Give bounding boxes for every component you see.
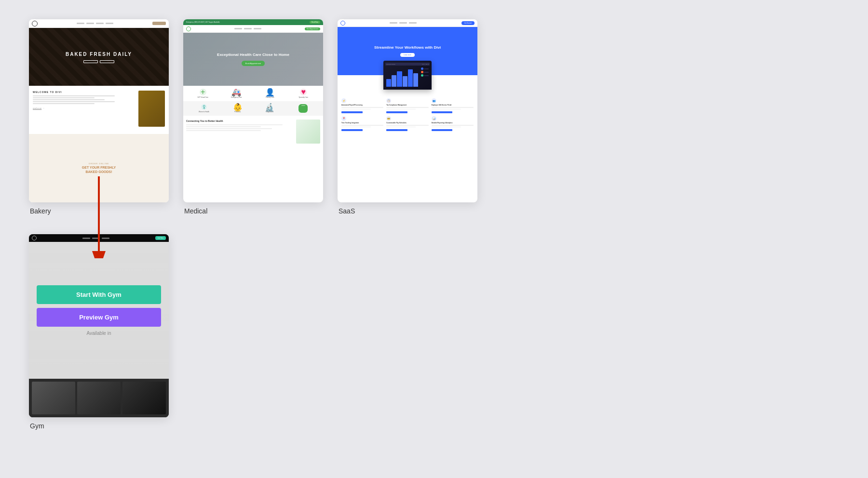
saas-feature-icon: 📍 xyxy=(341,116,346,121)
medical-connect-text: Connecting You to Better Health xyxy=(186,120,293,144)
saas-feature-line xyxy=(341,109,371,110)
saas-nav-button: Get Started xyxy=(461,21,475,25)
medical-nav-link xyxy=(244,28,252,29)
medical-sec-icon: 👶 xyxy=(235,104,241,110)
saas-feature-line xyxy=(432,127,461,128)
saas-dot-line xyxy=(424,75,429,76)
medical-sec-womens: ♀ Women's Health xyxy=(199,104,209,113)
bakery-nav-links xyxy=(77,23,113,24)
bakery-text-line xyxy=(33,99,105,100)
saas-preview: Get Started Streamline Your Workflows wi… xyxy=(338,19,477,202)
saas-feature-reporting: 📊 Detailed Reporting & Analytics xyxy=(432,116,474,131)
bakery-nav-link xyxy=(96,23,104,24)
bakery-nav-link xyxy=(106,23,113,24)
bakery-hero: BAKED FRESH DAILY xyxy=(29,28,169,86)
saas-logo-icon xyxy=(340,21,345,26)
saas-feature-cta xyxy=(341,111,363,113)
saas-feature-cta xyxy=(432,111,453,113)
gym-logo-icon xyxy=(32,236,37,240)
medical-nav-button: Book Appointment xyxy=(305,27,320,30)
saas-nav-links xyxy=(390,22,417,24)
bakery-text-lines xyxy=(33,95,136,104)
gym-overlay: Start With Gym Preview Gym Available in xyxy=(29,242,169,379)
medical-bar-button: Book Now xyxy=(310,21,320,24)
medical-service-emergency: 🚑 Emergency Care xyxy=(227,89,246,98)
medical-service-label: Specialty Care xyxy=(294,96,313,98)
saas-bar-chart xyxy=(385,66,419,88)
gym-preview-frame: Join Now UNLEASH YOUR POWER. BEAT YOUR L… xyxy=(29,234,169,417)
medical-service-label: 24/7 Virtual Care xyxy=(193,96,213,98)
saas-feature-icon: 📊 xyxy=(432,116,436,121)
bakery-nav-link xyxy=(86,23,94,24)
gym-nav-button: Join Now xyxy=(155,236,166,240)
saas-dot-row xyxy=(421,71,429,73)
medical-sec-label: Pediatrics xyxy=(234,111,241,113)
gym-image-3 xyxy=(122,382,166,414)
bakery-text-line xyxy=(33,95,115,96)
bakery-hero-btn-2 xyxy=(100,60,114,63)
saas-feature-cta xyxy=(432,129,453,131)
saas-feature-line xyxy=(432,107,474,108)
saas-dot-row xyxy=(421,67,429,70)
medical-service-label: Primary Care xyxy=(260,96,280,98)
medical-sec-pediatrics: 👶 Pediatrics xyxy=(234,104,241,113)
saas-feature-icon: 📋 xyxy=(386,98,391,103)
gym-start-button[interactable]: Start With Gym xyxy=(37,285,161,304)
medical-service-icon: 👤 xyxy=(267,89,273,95)
medical-services: + 24/7 Virtual Care 🚑 Emergency Care 👤 P… xyxy=(183,86,323,101)
saas-dot xyxy=(421,67,423,70)
saas-feature-line xyxy=(341,107,383,108)
saas-nav-link xyxy=(399,22,407,24)
gym-hero: UNLEASH YOUR POWER. BEAT YOUR LIMITS. St… xyxy=(29,242,169,379)
medical-connecting-section: Connecting You to Better Health xyxy=(183,116,323,147)
gym-image-1 xyxy=(32,382,75,414)
saas-nav-link xyxy=(409,22,417,24)
medical-nav: Book Appointment xyxy=(183,25,323,33)
medical-connect-line xyxy=(186,126,261,127)
medical-label: Medical xyxy=(183,207,323,215)
saas-feature-line xyxy=(432,125,474,126)
saas-feature-title: Detailed Reporting & Analytics xyxy=(432,122,474,124)
saas-chart-bar xyxy=(413,73,418,87)
saas-feature-title: Time Tracking Integration xyxy=(341,122,383,124)
saas-dot-line xyxy=(424,68,429,69)
saas-dot xyxy=(421,71,423,73)
bakery-preview: BAKED FRESH DAILY WELCOME TO DIVI xyxy=(29,19,169,202)
saas-feature-title: Customizable Pay Schedules xyxy=(386,122,428,124)
saas-feature-payroll: ⚡ Automated Payroll Processing xyxy=(341,98,383,113)
saas-feature-line xyxy=(341,127,371,128)
top-row: BAKED FRESH DAILY WELCOME TO DIVI xyxy=(29,19,839,215)
gym-bottom-section xyxy=(29,379,169,417)
template-card-gym[interactable]: Join Now UNLEASH YOUR POWER. BEAT YOUR L… xyxy=(29,234,169,430)
saas-chart-bar xyxy=(386,79,391,87)
bakery-cta-title: GET YOUR FRESHLYBAKED GOODS! xyxy=(82,166,116,174)
saas-chart-bar xyxy=(403,76,407,87)
gym-preview-button[interactable]: Preview Gym xyxy=(37,308,161,327)
medical-service-icon: + xyxy=(200,89,206,95)
medical-hero-button: Book Appointment xyxy=(242,61,265,66)
medical-service-icon: ♥ xyxy=(300,89,307,95)
medical-more-button[interactable]: +more xyxy=(298,104,308,113)
bakery-welcome-title: WELCOME TO DIVI xyxy=(33,91,136,93)
medical-logo-icon xyxy=(186,27,191,31)
page-container: BAKED FRESH DAILY WELCOME TO DIVI xyxy=(0,0,868,449)
template-card-medical[interactable]: Emergency: (800) 123-4567 | 24/7 Support… xyxy=(183,19,323,215)
medical-service-label: Emergency Care xyxy=(227,96,246,98)
saas-feature-title: Tax Compliance Management xyxy=(386,104,428,106)
saas-nav: Get Started xyxy=(338,19,477,27)
saas-feature-tracking: 📍 Time Tracking Integration xyxy=(341,116,383,131)
saas-chart-bar xyxy=(392,75,396,87)
bakery-read-more: read more → xyxy=(33,107,136,109)
medical-nav-links xyxy=(234,28,261,29)
saas-feature-cta xyxy=(341,129,363,131)
saas-dashboard-label: Dashboard Overview xyxy=(386,64,395,65)
bakery-nav xyxy=(29,19,169,28)
bottom-row: Join Now UNLEASH YOUR POWER. BEAT YOUR L… xyxy=(29,234,839,430)
saas-feature-portal: 👥 Employee Self-Service Portal xyxy=(432,98,474,113)
saas-feature-compliance: 📋 Tax Compliance Management xyxy=(386,98,428,113)
medical-service-primary: 👤 Primary Care xyxy=(260,89,280,98)
template-card-saas[interactable]: Get Started Streamline Your Workflows wi… xyxy=(338,19,477,215)
saas-laptop-image: Dashboard Overview May 1 - Nov 14 xyxy=(383,61,432,90)
medical-service-icon: 🚑 xyxy=(233,89,240,95)
bakery-text-line xyxy=(33,97,95,98)
